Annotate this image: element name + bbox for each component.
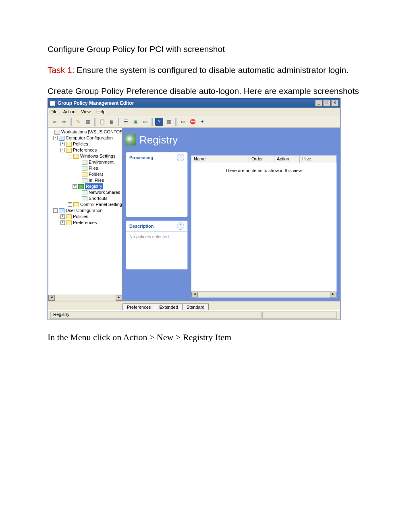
- separator-icon: [175, 118, 176, 126]
- registry-big-icon: [125, 134, 136, 145]
- task-text: Ensure the system is configured to disab…: [75, 65, 349, 75]
- tab-preferences[interactable]: Preferences: [122, 303, 155, 310]
- green-icon[interactable]: ◉: [131, 118, 139, 126]
- description-panel: Description ˆ No policies selected: [126, 220, 188, 270]
- collapse-icon[interactable]: -: [53, 136, 58, 140]
- app-icon: [50, 100, 55, 106]
- expand-icon[interactable]: +: [60, 220, 65, 225]
- menu-file[interactable]: File: [50, 109, 58, 114]
- gpme-window: Group Policy Management Editor _ □ × Fil…: [48, 98, 340, 320]
- page-icon[interactable]: ▭: [179, 118, 187, 126]
- props-icon[interactable]: ☰: [122, 118, 130, 126]
- tree-policies[interactable]: +Policies: [48, 141, 122, 147]
- intro-line: Create Group Policy Preference disable a…: [48, 86, 363, 96]
- minimize-button[interactable]: _: [315, 100, 322, 106]
- collapse-icon[interactable]: -: [60, 148, 65, 152]
- registry-heading: Registry: [122, 128, 191, 152]
- scroll-left-icon[interactable]: ◄: [191, 292, 198, 297]
- tree-files[interactable]: Files: [48, 165, 122, 171]
- forward-icon[interactable]: ⇨: [60, 118, 68, 126]
- gpo-icon: [54, 130, 60, 135]
- stop-icon[interactable]: ⛔: [189, 118, 197, 126]
- tree-selected-label: Registry: [85, 183, 103, 189]
- list-view[interactable]: Name Order Action Hive There are no item…: [191, 155, 337, 298]
- list-icon[interactable]: ▥: [84, 118, 92, 126]
- description-header[interactable]: Description ˆ: [126, 221, 187, 232]
- description-title: Description: [129, 224, 154, 229]
- col-hive[interactable]: Hive: [300, 156, 336, 163]
- folder-icon: [66, 220, 72, 225]
- env-icon: [82, 160, 87, 165]
- folder-icon: [66, 142, 72, 147]
- tree-shortcuts[interactable]: Shortcuts: [48, 195, 122, 202]
- tree-inifiles[interactable]: Ini Files: [48, 177, 122, 183]
- scroll-right-icon[interactable]: ►: [330, 292, 336, 297]
- scroll-right-icon[interactable]: ►: [116, 295, 122, 301]
- expand-icon[interactable]: +: [68, 202, 72, 207]
- description-body: No policies selected: [126, 232, 187, 244]
- tree-folders[interactable]: Folders: [48, 171, 122, 177]
- tree-computer-config[interactable]: -Computer Configuration: [48, 135, 122, 141]
- maximize-button[interactable]: □: [323, 100, 330, 106]
- separator-icon: [71, 118, 72, 126]
- menu-action[interactable]: Action: [63, 109, 76, 114]
- grid-icon[interactable]: ▥: [165, 118, 173, 126]
- window-buttons: _ □ ×: [315, 100, 338, 106]
- tree-network-shares[interactable]: Network Shares: [48, 189, 122, 195]
- doc-title: Configure Group Policy for PCI with scre…: [48, 44, 363, 54]
- tree-user-config[interactable]: -User Configuration: [48, 208, 122, 214]
- collapse-icon[interactable]: -: [53, 208, 58, 213]
- collapse-icon[interactable]: ˆ: [177, 154, 184, 161]
- tree-environment[interactable]: Environment: [48, 159, 122, 165]
- processing-title: Processing: [129, 155, 153, 160]
- tree-scrollbar[interactable]: ◄ ►: [48, 295, 122, 301]
- folder-icon: [66, 214, 72, 219]
- tree-control-panel[interactable]: +Control Panel Settings: [48, 202, 122, 208]
- menu-view[interactable]: View: [81, 109, 91, 114]
- close-button[interactable]: ×: [331, 100, 338, 106]
- folder-icon: [82, 172, 87, 177]
- list-header: Name Order Action Hive: [191, 156, 336, 163]
- col-action[interactable]: Action: [274, 156, 300, 163]
- list-scrollbar[interactable]: ◄ ►: [191, 291, 336, 297]
- back-icon[interactable]: ⇦: [50, 118, 58, 126]
- preference-area: Registry Processing ˆ: [122, 128, 340, 301]
- document-page: Configure Group Policy for PCI with scre…: [0, 0, 411, 532]
- delete-icon[interactable]: 🗑: [108, 118, 116, 126]
- expand-icon[interactable]: +: [60, 142, 65, 146]
- tree-user-policies[interactable]: +Policies: [48, 214, 122, 220]
- files-icon: [82, 166, 87, 171]
- processing-header[interactable]: Processing ˆ: [126, 152, 187, 163]
- tree-registry[interactable]: +Registry: [48, 183, 122, 189]
- collapse-icon[interactable]: -: [68, 154, 72, 158]
- tree-preferences[interactable]: -Preferences: [48, 147, 122, 153]
- menu-bar: File Action View Help: [48, 108, 340, 116]
- expand-icon[interactable]: +: [73, 184, 77, 189]
- tab-extended[interactable]: Extended: [155, 303, 182, 310]
- tree[interactable]: Workstations [WSUS.CONTOSO.LO -Computer …: [48, 128, 122, 295]
- tree-root[interactable]: Workstations [WSUS.CONTOSO.LO: [48, 129, 122, 135]
- copy-icon[interactable]: 📋: [98, 118, 106, 126]
- processing-body: [126, 163, 187, 220]
- user-icon: [59, 208, 64, 213]
- registry-icon: [78, 184, 84, 189]
- col-name[interactable]: Name: [191, 156, 249, 163]
- expand-icon[interactable]: +: [60, 214, 65, 219]
- collapse-icon[interactable]: ˆ: [177, 222, 184, 230]
- separator-icon: [118, 118, 119, 126]
- title-bar[interactable]: Group Policy Management Editor _ □ ×: [48, 99, 340, 108]
- processing-panel: Processing ˆ: [126, 152, 188, 217]
- doc-icon[interactable]: ▭: [141, 118, 149, 126]
- edit-icon[interactable]: ✎: [74, 118, 82, 126]
- toolbar: ⇦ ⇨ ✎ ▥ 📋 🗑 ☰ ◉ ▭ ? ▥ ▭ ⛔ +: [48, 116, 340, 128]
- col-order[interactable]: Order: [249, 156, 274, 163]
- tree-windows-settings[interactable]: -Windows Settings: [48, 153, 122, 159]
- help-icon[interactable]: ?: [155, 118, 163, 126]
- tab-standard[interactable]: Standard: [182, 303, 209, 310]
- network-icon: [82, 190, 87, 195]
- tree-user-preferences[interactable]: +Preferences: [48, 220, 122, 226]
- folder-icon: [66, 148, 72, 153]
- scroll-left-icon[interactable]: ◄: [48, 295, 55, 301]
- menu-help[interactable]: Help: [96, 109, 106, 114]
- add-icon[interactable]: +: [198, 118, 206, 126]
